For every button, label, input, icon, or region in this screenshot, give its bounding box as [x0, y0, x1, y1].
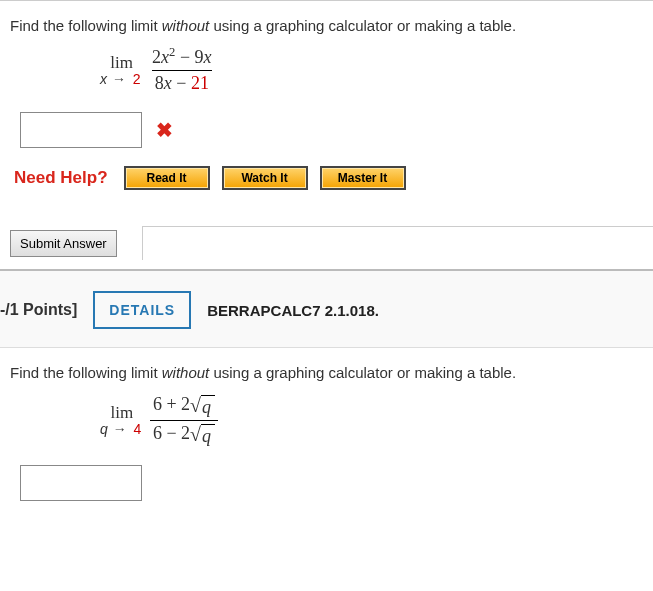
answer-input[interactable] [20, 112, 142, 148]
sqrt-icon: √q [190, 395, 215, 419]
numerator: 6 + 2√q [150, 393, 218, 420]
lim-word: lim [111, 404, 134, 422]
prompt-text-b: using a graphing calculator or making a … [209, 364, 516, 381]
question-2-section: Find the following limit without using a… [0, 347, 653, 523]
fraction: 2x2 − 9x 8x − 21 [149, 46, 214, 94]
lim-arrow: → [113, 421, 128, 437]
denominator: 6 − 2√q [150, 420, 218, 448]
answer-row [20, 465, 643, 501]
lim-value: 4 [132, 421, 144, 437]
watch-it-button[interactable]: Watch It [222, 166, 308, 190]
question-prompt: Find the following limit without using a… [10, 364, 643, 381]
lim-var: q [100, 421, 108, 437]
num-a: 6 + 2 [153, 394, 190, 414]
limit-operator: lim x → 2 [100, 54, 143, 87]
question-prompt: Find the following limit without using a… [10, 17, 643, 34]
den-coef: 8 [155, 73, 164, 93]
answer-input[interactable] [20, 465, 142, 501]
lim-subscript: q → 4 [100, 422, 144, 437]
question-1-section: Find the following limit without using a… [0, 0, 653, 208]
limit-expression: lim x → 2 2x2 − 9x 8x − 21 [100, 46, 643, 94]
den-var: x [164, 73, 172, 93]
need-help-label: Need Help? [14, 168, 108, 188]
question-2-header: -/1 Points] DETAILS BERRAPCALC7 2.1.018. [0, 269, 653, 347]
sqrt-icon: √q [190, 424, 215, 448]
fraction: 6 + 2√q 6 − 2√q [150, 393, 218, 447]
denominator: 8x − 21 [152, 70, 212, 95]
details-button[interactable]: DETAILS [93, 291, 191, 329]
prompt-emphasis: without [162, 364, 210, 381]
submit-answer-button[interactable]: Submit Answer [10, 230, 117, 257]
divider-v [142, 226, 143, 260]
den-a: 6 − 2 [153, 423, 190, 443]
points-label: -/1 Points] [0, 301, 77, 319]
den-const: 21 [191, 73, 209, 93]
limit-expression: lim q → 4 6 + 2√q 6 − 2√q [100, 393, 643, 447]
num-var1: x [161, 47, 169, 67]
incorrect-icon: ✖ [156, 118, 173, 142]
lim-value: 2 [131, 71, 143, 87]
prompt-text-a: Find the following limit [10, 17, 162, 34]
num-var2: x [204, 47, 212, 67]
answer-row: ✖ [20, 112, 643, 148]
numerator: 2x2 − 9x [149, 46, 214, 70]
master-it-button[interactable]: Master It [320, 166, 406, 190]
den-op: − [172, 73, 191, 93]
read-it-button[interactable]: Read It [124, 166, 210, 190]
submit-area: Submit Answer [0, 208, 653, 269]
lim-arrow: → [112, 71, 127, 87]
num-tail: − 9 [175, 47, 203, 67]
divider-h [142, 226, 653, 227]
limit-operator: lim q → 4 [100, 404, 144, 437]
prompt-text-b: using a graphing calculator or making a … [209, 17, 516, 34]
sqrt-arg: q [201, 424, 215, 448]
prompt-emphasis: without [162, 17, 210, 34]
lim-word: lim [110, 54, 133, 72]
lim-subscript: x → 2 [100, 72, 143, 87]
lim-var: x [100, 71, 108, 87]
help-row: Need Help? Read It Watch It Master It [14, 166, 643, 190]
num-coef: 2 [152, 47, 161, 67]
prompt-text-a: Find the following limit [10, 364, 162, 381]
sqrt-arg: q [201, 395, 215, 419]
question-reference: BERRAPCALC7 2.1.018. [207, 302, 379, 319]
